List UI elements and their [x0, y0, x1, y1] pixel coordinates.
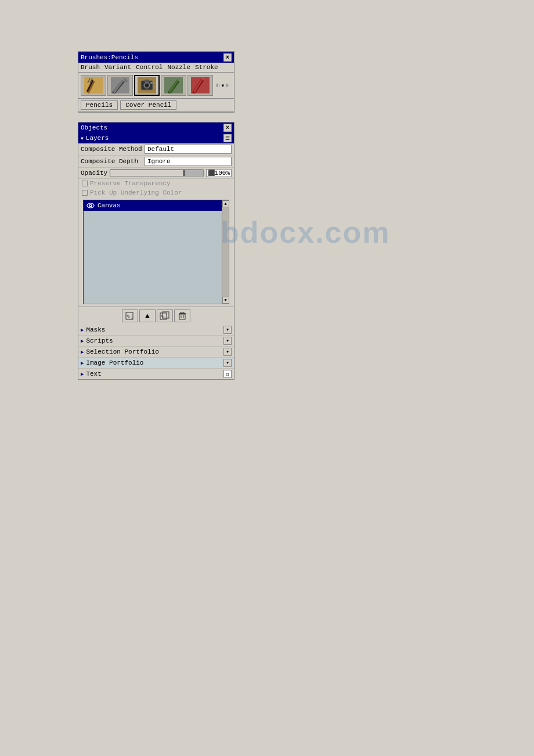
svg-point-12 [145, 84, 149, 87]
pick-up-color-label: Pick Up Underlying Color [90, 189, 182, 196]
brush-icon-5 [191, 77, 210, 93]
composite-depth-label: Composite Depth [81, 158, 145, 165]
menu-variant[interactable]: Variant [104, 64, 131, 71]
watermark: bdocx.com [221, 215, 391, 250]
cover-pencil-button[interactable]: Cover Pencil [120, 100, 176, 110]
layer-duplicate-button[interactable]: ✎ [157, 309, 173, 322]
scripts-section[interactable]: ▶ Scripts ▼ [78, 336, 234, 347]
slider-track[interactable] [217, 84, 219, 87]
scroll-down-button[interactable]: ▼ [222, 297, 229, 304]
brushes-panel: Brushes:Pencils × Brush Variant Control … [78, 51, 234, 113]
scroll-up-button[interactable]: ▲ [222, 200, 229, 207]
menu-stroke[interactable]: Stroke [195, 64, 218, 71]
layer-new-icon: ✎ ↗ [125, 311, 135, 321]
menu-nozzle[interactable]: Nozzle [167, 64, 190, 71]
brush-icon-1 [84, 77, 103, 93]
selection-portfolio-dropdown-button[interactable]: ▼ [223, 348, 232, 356]
masks-expand-icon: ▶ [81, 327, 84, 333]
text-section-left: ▶ Text [81, 370, 102, 377]
opacity-row: Opacity ⬛ 100% [78, 168, 234, 179]
brush-tool-4[interactable] [161, 75, 186, 96]
layer-delete-button[interactable] [174, 309, 190, 322]
slider-arrow-down[interactable]: ▼ [222, 83, 225, 88]
text-section[interactable]: ▶ Text ◻ [78, 369, 234, 379]
layers-list[interactable]: Canvas ▲ ▼ [83, 200, 229, 304]
brush-icon-4 [164, 77, 183, 93]
layer-eye-icon [86, 201, 95, 210]
brush-tool-1[interactable] [81, 75, 106, 96]
brushes-menubar: Brush Variant Control Nozzle Stroke [78, 63, 234, 73]
image-portfolio-expand-icon: ▶ [81, 360, 84, 366]
text-label: Text [86, 370, 101, 377]
text-resize-handle[interactable]: ◻ [223, 370, 232, 378]
brushes-toolbar: ▼ [78, 73, 234, 99]
opacity-spinbox-icon: ⬛ [208, 170, 215, 177]
svg-rect-32 [179, 314, 185, 319]
brush-icon-3 [138, 77, 156, 93]
layer-add-button[interactable]: ▲ [139, 309, 156, 322]
preserve-transparency-checkbox[interactable] [82, 181, 88, 186]
brush-tool-2[interactable] [107, 75, 133, 96]
scripts-dropdown-button[interactable]: ▼ [223, 337, 232, 345]
brushes-labels: Pencils Cover Pencil [78, 99, 234, 112]
image-portfolio-left: ▶ Image Portfolio [81, 359, 143, 366]
layers-arrow-icon: ▼ [81, 136, 84, 141]
objects-titlebar: Objects × [78, 123, 234, 133]
svg-rect-34 [181, 312, 184, 314]
brushes-close-button[interactable]: × [223, 53, 232, 62]
svg-text:✎: ✎ [161, 314, 164, 320]
opacity-slider-fill [110, 170, 185, 176]
menu-control[interactable]: Control [136, 64, 163, 71]
composite-depth-value[interactable]: Ignore [145, 157, 232, 166]
sections-container: ▶ Masks ▼ ▶ Scripts ▼ ▶ Selection Portfo… [78, 325, 234, 379]
layers-menu-icon[interactable]: ☰ [223, 134, 232, 142]
scripts-section-left: ▶ Scripts [81, 337, 113, 344]
layers-dropdown[interactable]: ▼ Layers [81, 135, 109, 142]
canvas-layer-item[interactable]: Canvas [84, 200, 229, 211]
composite-method-row: Composite Method Default [78, 143, 234, 156]
masks-label: Masks [86, 326, 105, 333]
menu-brush[interactable]: Brush [81, 64, 100, 71]
selection-portfolio-expand-icon: ▶ [81, 349, 84, 355]
brush-tool-3[interactable] [134, 75, 160, 96]
brush-tool-5[interactable] [187, 75, 213, 96]
image-portfolio-label: Image Portfolio [86, 359, 143, 366]
image-portfolio-section[interactable]: ▶ Image Portfolio ▼ [78, 358, 234, 369]
canvas-layer-label: Canvas [98, 202, 121, 209]
opacity-label: Opacity [81, 170, 107, 177]
preserve-transparency-row: Preserve Transparency [78, 179, 234, 188]
masks-dropdown-button[interactable]: ▼ [223, 326, 232, 334]
layers-bottom-toolbar: ✎ ↗ ▲ ✎ [78, 307, 234, 325]
layers-list-container: Canvas ▲ ▼ [81, 200, 232, 304]
composite-method-value[interactable]: Default [145, 145, 232, 154]
pick-up-color-checkbox[interactable] [82, 190, 88, 196]
layer-new-button[interactable]: ✎ ↗ [122, 309, 138, 322]
selection-portfolio-section[interactable]: ▶ Selection Portfolio ▼ [78, 347, 234, 358]
selection-portfolio-label: Selection Portfolio [86, 348, 158, 355]
layers-header: ▼ Layers ☰ [78, 133, 234, 143]
pick-up-color-row: Pick Up Underlying Color [78, 188, 234, 197]
svg-rect-14 [150, 82, 153, 84]
svg-text:✎: ✎ [127, 314, 130, 320]
opacity-slider[interactable] [110, 170, 203, 177]
objects-panel: Objects × ▼ Layers ☰ Composite Method De… [78, 122, 234, 380]
composite-method-label: Composite Method [81, 146, 145, 153]
svg-point-25 [90, 205, 91, 206]
image-portfolio-dropdown-button[interactable]: ▼ [223, 359, 232, 367]
brush-size-slider: ▼ [214, 83, 232, 88]
composite-depth-row: Composite Depth Ignore [78, 156, 234, 168]
svg-text:↗: ↗ [131, 316, 133, 321]
masks-section-left: ▶ Masks [81, 326, 105, 333]
masks-section[interactable]: ▶ Masks ▼ [78, 325, 234, 336]
preserve-transparency-label: Preserve Transparency [90, 180, 171, 187]
brush-icon-2 [111, 77, 129, 93]
text-expand-icon: ▶ [81, 371, 84, 377]
scripts-expand-icon: ▶ [81, 338, 84, 344]
layers-label: Layers [86, 135, 109, 142]
svg-rect-13 [145, 80, 149, 82]
trash-icon [177, 311, 187, 321]
objects-close-button[interactable]: × [223, 124, 232, 132]
brushes-title: Brushes:Pencils [81, 54, 138, 61]
slider-track-2[interactable] [226, 84, 229, 87]
pencils-button[interactable]: Pencils [81, 100, 118, 110]
